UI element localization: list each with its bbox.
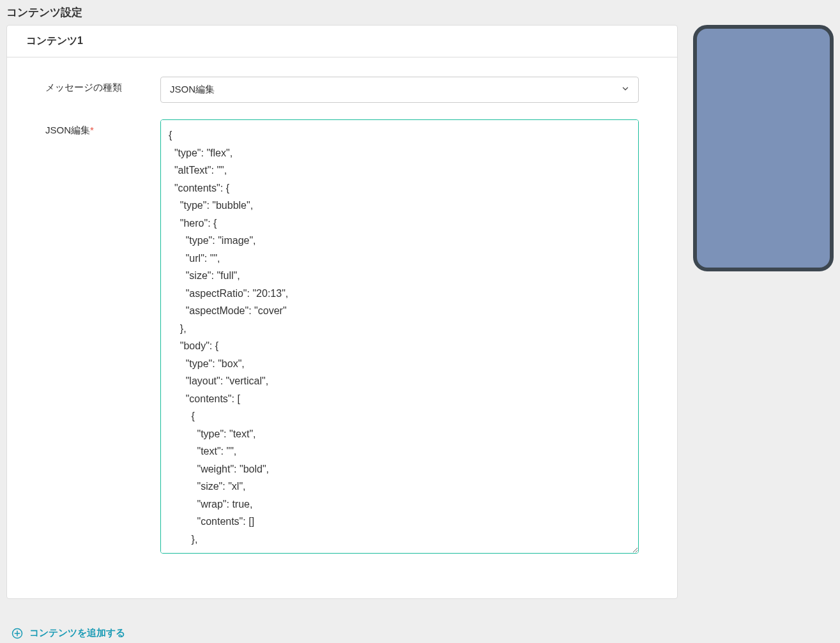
card-body: メッセージの種類 JSON編集 JSON編集* — [7, 57, 677, 598]
json-edit-label: JSON編集 — [45, 125, 90, 135]
card-header: コンテンツ1 — [7, 26, 677, 57]
add-content-button[interactable]: コンテンツを追加する — [6, 624, 130, 642]
main-container: コンテンツ1 メッセージの種類 JSON編集 JSON編集* — [0, 25, 840, 612]
message-type-label: メッセージの種類 — [45, 77, 160, 94]
preview-panel — [693, 25, 834, 271]
message-type-select[interactable]: JSON編集 — [160, 77, 639, 103]
add-content-label: コンテンツを追加する — [29, 627, 125, 639]
content-card: コンテンツ1 メッセージの種類 JSON編集 JSON編集* — [6, 25, 678, 599]
json-edit-control — [160, 119, 639, 556]
json-edit-label-wrap: JSON編集* — [45, 119, 160, 137]
json-textarea[interactable] — [160, 119, 639, 554]
plus-circle-icon — [11, 628, 23, 639]
message-type-control: JSON編集 — [160, 77, 639, 103]
form-row-message-type: メッセージの種類 JSON編集 — [45, 77, 639, 103]
form-row-json-edit: JSON編集* — [45, 119, 639, 556]
required-mark: * — [90, 125, 94, 135]
add-content-row: コンテンツを追加する — [0, 612, 840, 643]
message-type-select-wrap: JSON編集 — [160, 77, 639, 103]
page-title: コンテンツ設定 — [0, 0, 840, 25]
